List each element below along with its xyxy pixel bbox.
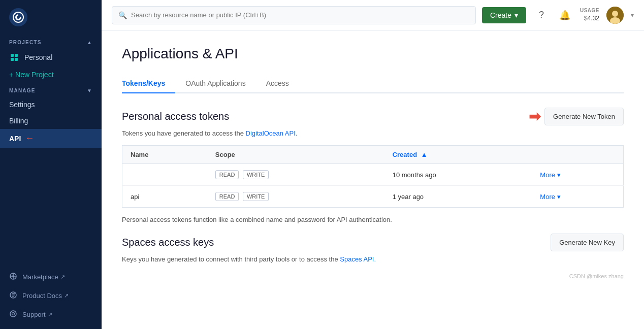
table-header-scope: Scope bbox=[207, 146, 384, 164]
table-row: READ WRITE 10 months ago More ▾ bbox=[122, 164, 624, 186]
tokens-table: Name Scope Created ▲ READ WRITE 10 bbox=[122, 145, 624, 208]
support-label: Support bbox=[22, 311, 46, 318]
new-project-label: + New Project bbox=[9, 71, 54, 79]
manage-section-header: MANAGE ▼ bbox=[0, 83, 102, 96]
personal-project-icon bbox=[9, 52, 19, 62]
sidebar-item-api[interactable]: API ← bbox=[0, 129, 102, 148]
api-arrow-indicator: ← bbox=[25, 133, 34, 144]
personal-tokens-header: Personal access tokens ➡ Generate New To… bbox=[122, 108, 624, 125]
token-created-1: 10 months ago bbox=[384, 164, 532, 186]
page-content: Applications & API Tokens/Keys OAuth App… bbox=[102, 30, 644, 329]
token-scopes-1: READ WRITE bbox=[207, 164, 384, 186]
tab-access[interactable]: Access bbox=[266, 74, 299, 93]
token-name-2: api bbox=[122, 186, 207, 208]
personal-project-label: Personal bbox=[24, 53, 52, 61]
table-header-name: Name bbox=[122, 146, 207, 164]
sidebar-item-support[interactable]: Support ↗ bbox=[0, 305, 102, 324]
write-badge-1: WRITE bbox=[243, 170, 269, 179]
support-external-icon: ↗ bbox=[48, 311, 52, 318]
page-title: Applications & API bbox=[122, 46, 624, 62]
projects-section-header: PROJECTS ▲ bbox=[0, 35, 102, 48]
svg-rect-4 bbox=[15, 58, 18, 61]
create-label: Create bbox=[490, 11, 511, 19]
sidebar-item-product-docs[interactable]: Product Docs ↗ bbox=[0, 286, 102, 305]
marketplace-external-icon: ↗ bbox=[60, 274, 65, 280]
table-row: api READ WRITE 1 year ago More ▾ bbox=[122, 186, 624, 208]
svg-point-0 bbox=[13, 12, 23, 22]
watermark: CSDN @mikes zhang bbox=[122, 271, 624, 281]
svg-rect-2 bbox=[15, 54, 18, 57]
more-button-2[interactable]: More ▾ bbox=[540, 193, 561, 201]
product-docs-label: Product Docs bbox=[22, 292, 62, 300]
sidebar-item-personal[interactable]: Personal bbox=[0, 48, 102, 67]
usage-label: USAGE bbox=[580, 7, 599, 14]
svg-point-18 bbox=[612, 11, 618, 17]
generate-new-key-button[interactable]: Generate New Key bbox=[551, 234, 624, 251]
sidebar-item-marketplace[interactable]: Marketplace ↗ bbox=[0, 268, 102, 286]
usage-amount: $4.32 bbox=[580, 14, 599, 23]
svg-point-16 bbox=[12, 313, 15, 315]
settings-label: Settings bbox=[9, 101, 35, 109]
more-chevron-icon-1: ▾ bbox=[557, 171, 561, 179]
digitalocean-api-link[interactable]: DigitalOcean API. bbox=[246, 129, 298, 137]
table-header-actions bbox=[532, 146, 623, 164]
token-created-2: 1 year ago bbox=[384, 186, 532, 208]
topbar: 🔍 Create ▾ ? 🔔 USAGE $4.32 ▾ bbox=[102, 0, 644, 30]
billing-label: Billing bbox=[9, 117, 28, 125]
product-docs-external-icon: ↗ bbox=[64, 292, 69, 299]
sidebar-logo[interactable] bbox=[0, 0, 102, 35]
sidebar-bottom: Marketplace ↗ Product Docs ↗ Support ↗ bbox=[0, 268, 102, 329]
token-actions-2: More ▾ bbox=[532, 186, 623, 208]
topbar-actions: Create ▾ ? 🔔 USAGE $4.32 ▾ bbox=[482, 7, 634, 24]
logo-icon bbox=[9, 8, 27, 26]
tab-oauth-applications[interactable]: OAuth Applications bbox=[185, 74, 255, 93]
generate-new-token-button[interactable]: Generate New Token bbox=[544, 108, 624, 125]
write-badge-2: WRITE bbox=[243, 192, 269, 201]
usage-block: USAGE $4.32 bbox=[580, 7, 599, 23]
spaces-api-link[interactable]: Spaces API. bbox=[340, 255, 376, 263]
personal-tokens-title: Personal access tokens bbox=[122, 111, 229, 122]
tokens-note: Personal access tokens function like a c… bbox=[122, 216, 624, 223]
help-icon[interactable]: ? bbox=[533, 7, 550, 23]
svg-point-15 bbox=[10, 311, 16, 317]
avatar[interactable] bbox=[606, 7, 624, 24]
api-label: API bbox=[9, 135, 21, 143]
support-icon bbox=[9, 310, 17, 319]
spaces-title: Spaces access keys bbox=[122, 237, 214, 248]
read-badge-1: READ bbox=[215, 170, 239, 179]
main-area: 🔍 Create ▾ ? 🔔 USAGE $4.32 ▾ Application… bbox=[102, 0, 644, 329]
sort-arrow-icon: ▲ bbox=[421, 151, 428, 158]
sidebar-item-billing[interactable]: Billing bbox=[0, 113, 102, 129]
search-icon: 🔍 bbox=[118, 11, 127, 19]
notifications-icon[interactable]: 🔔 bbox=[557, 7, 573, 23]
product-docs-icon bbox=[9, 291, 17, 301]
create-button[interactable]: Create ▾ bbox=[482, 7, 526, 23]
sidebar-item-new-project[interactable]: + New Project bbox=[0, 67, 102, 83]
token-actions-1: More ▾ bbox=[532, 164, 623, 186]
tabs-bar: Tokens/Keys OAuth Applications Access bbox=[122, 74, 624, 93]
generate-token-arrow: ➡ bbox=[529, 108, 540, 125]
marketplace-label: Marketplace bbox=[22, 273, 58, 281]
token-scopes-2: READ WRITE bbox=[207, 186, 384, 208]
personal-tokens-desc: Tokens you have generated to access the … bbox=[122, 129, 624, 137]
create-chevron-icon: ▾ bbox=[514, 11, 518, 19]
sidebar-item-settings[interactable]: Settings bbox=[0, 96, 102, 113]
search-box[interactable]: 🔍 bbox=[112, 6, 476, 24]
read-badge-2: READ bbox=[215, 192, 239, 201]
tab-tokens-keys[interactable]: Tokens/Keys bbox=[122, 74, 175, 93]
more-button-1[interactable]: More ▾ bbox=[540, 171, 561, 179]
spaces-desc: Keys you have generated to connect with … bbox=[122, 255, 624, 263]
avatar-chevron-icon[interactable]: ▾ bbox=[631, 12, 634, 19]
marketplace-icon bbox=[9, 272, 17, 282]
more-chevron-icon-2: ▾ bbox=[557, 193, 561, 201]
spaces-section: Spaces access keys Generate New Key Keys… bbox=[122, 234, 624, 263]
search-input[interactable] bbox=[131, 11, 469, 19]
sidebar: PROJECTS ▲ Personal + New Project MANAGE… bbox=[0, 0, 102, 329]
token-name-1 bbox=[122, 164, 207, 186]
svg-rect-1 bbox=[11, 54, 14, 57]
spaces-header: Spaces access keys Generate New Key bbox=[122, 234, 624, 251]
svg-point-6 bbox=[12, 275, 14, 277]
table-header-created[interactable]: Created ▲ bbox=[384, 146, 532, 164]
svg-rect-3 bbox=[11, 58, 14, 61]
